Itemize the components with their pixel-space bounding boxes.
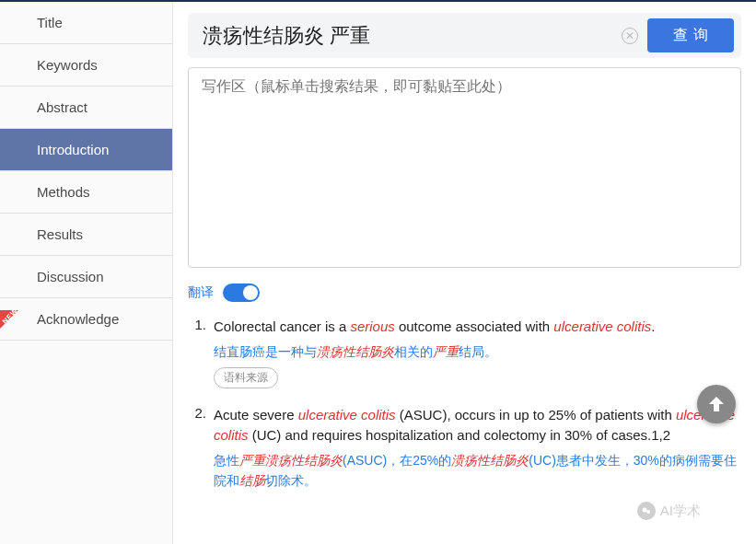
result-number: 2. bbox=[192, 405, 214, 497]
translate-toggle[interactable] bbox=[223, 284, 260, 302]
sidebar-item-label: Abstract bbox=[37, 99, 87, 115]
sidebar-item-discussion[interactable]: Discussion bbox=[0, 256, 172, 298]
search-input[interactable] bbox=[195, 20, 622, 52]
sidebar-item-label: Discussion bbox=[37, 269, 104, 284]
translate-row: 翻译 bbox=[188, 271, 741, 309]
clear-icon[interactable]: ✕ bbox=[622, 28, 638, 44]
result-body: Colorectal cancer is a serious outcome a… bbox=[214, 317, 738, 388]
sidebar-item-introduction[interactable]: Introduction bbox=[0, 129, 172, 171]
result-english: Acute severe ulcerative colitis (ASUC), … bbox=[214, 405, 738, 446]
search-button[interactable]: 查询 bbox=[647, 18, 734, 52]
sidebar-item-label: Results bbox=[37, 226, 83, 242]
sidebar-item-label: Methods bbox=[37, 184, 90, 200]
sidebar-item-label: Acknowledge bbox=[37, 311, 119, 327]
sidebar-item-methods[interactable]: Methods bbox=[0, 171, 172, 214]
main-content: ✕ 查询 翻译 1.Colorectal cancer is a serious… bbox=[173, 2, 756, 544]
result-body: Acute severe ulcerative colitis (ASUC), … bbox=[214, 405, 738, 497]
result-chinese: 急性严重溃疡性结肠炎(ASUC)，在25%的溃疡性结肠炎(UC)患者中发生，30… bbox=[214, 450, 738, 492]
result-number: 1. bbox=[192, 317, 214, 388]
arrow-up-icon bbox=[705, 393, 727, 415]
new-badge: NEW bbox=[0, 310, 18, 329]
sidebar-item-label: Keywords bbox=[37, 57, 98, 73]
sidebar-item-acknowledge[interactable]: NEWAcknowledge bbox=[0, 298, 172, 341]
sidebar: TitleKeywordsAbstractIntroductionMethods… bbox=[0, 2, 173, 544]
result-item[interactable]: 1.Colorectal cancer is a serious outcome… bbox=[192, 317, 738, 388]
result-chinese: 结直肠癌是一种与溃疡性结肠炎相关的严重结局。 bbox=[214, 341, 738, 362]
sidebar-item-title[interactable]: Title bbox=[0, 2, 172, 44]
sidebar-item-keywords[interactable]: Keywords bbox=[0, 44, 172, 87]
sidebar-item-label: Introduction bbox=[37, 142, 109, 157]
sidebar-item-abstract[interactable]: Abstract bbox=[0, 87, 172, 129]
sidebar-item-results[interactable]: Results bbox=[0, 214, 172, 256]
source-button[interactable]: 语料来源 bbox=[214, 367, 278, 388]
results-list: 1.Colorectal cancer is a serious outcome… bbox=[188, 309, 741, 497]
translate-label: 翻译 bbox=[188, 284, 214, 301]
writing-area[interactable] bbox=[188, 67, 741, 268]
scroll-top-button[interactable] bbox=[697, 385, 736, 423]
sidebar-item-label: Title bbox=[37, 15, 63, 30]
search-bar: ✕ 查询 bbox=[188, 13, 741, 58]
result-english: Colorectal cancer is a serious outcome a… bbox=[214, 317, 738, 338]
result-item[interactable]: 2.Acute severe ulcerative colitis (ASUC)… bbox=[192, 405, 738, 497]
